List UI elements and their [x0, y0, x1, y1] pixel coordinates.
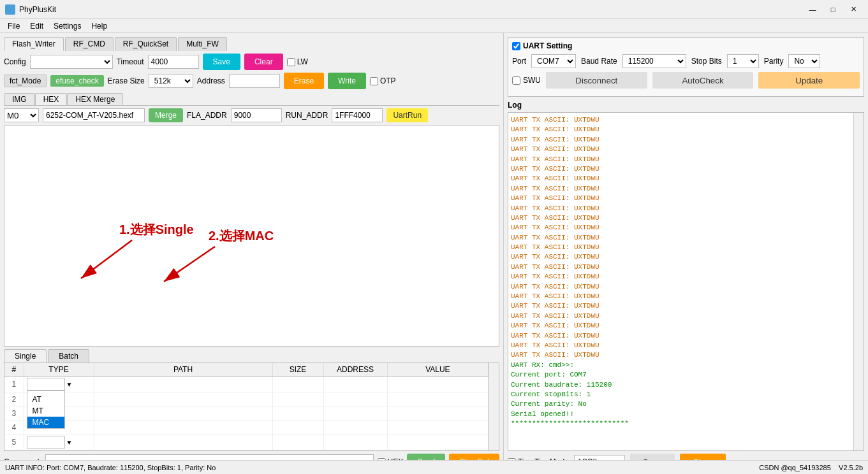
path-cell-5	[94, 434, 272, 450]
menu-edit[interactable]: Edit	[25, 20, 48, 32]
value-cell-3	[387, 406, 489, 420]
path-cell-4	[94, 420, 272, 434]
tab-rf-cmd[interactable]: RF_CMD	[65, 37, 114, 51]
timeout-input[interactable]	[148, 55, 199, 69]
tab-single[interactable]: Single	[4, 349, 47, 363]
type-cell-1[interactable]: ▼ AT MT MAC	[24, 377, 94, 392]
lw-checkbox[interactable]	[287, 58, 295, 66]
address-label: Address	[197, 76, 225, 85]
swu-checkbox[interactable]	[512, 76, 520, 85]
parity-select[interactable]: No	[788, 54, 820, 68]
tab-hex[interactable]: HEX	[35, 93, 68, 105]
address-cell-4	[323, 420, 387, 434]
dropdown-mac[interactable]: MAC	[27, 417, 64, 428]
tab-img[interactable]: IMG	[4, 93, 35, 105]
svg-line-1	[81, 240, 132, 278]
minimize-button[interactable]: —	[803, 3, 822, 16]
dropdown-at[interactable]: AT	[27, 394, 64, 405]
otp-checkbox-group: OTP	[370, 76, 396, 85]
dropdown-mt[interactable]: MT	[27, 405, 64, 417]
arrow-single	[68, 234, 145, 285]
tab-rf-quickset[interactable]: RF_QuickSet	[115, 37, 177, 51]
lw-checkbox-group: LW	[287, 57, 308, 66]
value-cell-4	[387, 420, 489, 434]
baud-label: Baud Rate	[581, 57, 617, 66]
inner-tab-bar: IMG HEX HEX Merge	[4, 93, 499, 106]
row-num-2: 2	[4, 392, 24, 406]
col-value: VALUE	[387, 363, 489, 377]
uart-title-text: UART Setting	[523, 41, 572, 50]
save-button[interactable]: Save	[203, 54, 240, 70]
log-label: Log	[508, 101, 864, 110]
value-cell-5	[387, 434, 489, 450]
address-cell-5	[323, 434, 387, 450]
size-cell-2	[272, 392, 323, 406]
col-path: PATH	[94, 363, 272, 377]
type-cell-5: ▼	[24, 434, 94, 450]
size-cell-1	[272, 377, 323, 392]
row-num-4: 4	[4, 420, 24, 434]
efuse-check-badge: efuse_check	[50, 75, 103, 87]
uart-enable-checkbox[interactable]	[512, 42, 520, 50]
erase-size-select[interactable]: 512k	[149, 74, 193, 88]
log-content: UART TX ASCII: UXTDWUUART TX ASCII: UXTD…	[511, 115, 861, 429]
type-input-1[interactable]	[27, 378, 65, 391]
config-select[interactable]	[30, 55, 113, 69]
uart-section: UART Setting Port COM7 Baud Rate 115200 …	[508, 37, 864, 97]
clear-button[interactable]: Clear	[244, 54, 283, 70]
port-label: Port	[512, 57, 526, 66]
erase-size-label: Erase Size	[108, 76, 145, 85]
type-input-5[interactable]	[27, 436, 65, 449]
update-button[interactable]: Update	[758, 72, 860, 89]
lw-label: LW	[297, 57, 308, 66]
otp-label: OTP	[380, 76, 396, 85]
stopbits-select[interactable]: 1	[727, 54, 759, 68]
dropdown-list-1: AT MT MAC	[27, 391, 65, 429]
menu-file[interactable]: File	[3, 20, 25, 32]
tab-flash-writer[interactable]: Flash_Writer	[4, 37, 64, 51]
table-scrollbar[interactable]	[489, 363, 499, 450]
tab-multi-fw[interactable]: Multi_FW	[178, 37, 227, 51]
size-cell-3	[272, 406, 323, 420]
type-dropdown-btn-5[interactable]: ▼	[66, 439, 73, 446]
annotation-mac: 2.选择MAC	[209, 227, 274, 245]
m0-select[interactable]: M0	[4, 108, 39, 122]
arrow-mac	[151, 240, 228, 291]
table-row: 2	[4, 392, 489, 406]
maximize-button[interactable]: □	[823, 3, 842, 16]
run-addr-input[interactable]	[332, 108, 383, 122]
baud-select[interactable]: 115200	[622, 54, 686, 68]
log-scrollbar[interactable]	[853, 113, 864, 450]
close-button[interactable]: ✕	[844, 3, 863, 16]
swu-label: SWU	[523, 76, 541, 85]
swu-checkbox-group: SWU	[512, 76, 541, 85]
disconnect-button[interactable]: Disconnect	[546, 72, 647, 89]
write-button[interactable]: Write	[328, 73, 366, 89]
uartrun-button[interactable]: UartRun	[386, 108, 428, 122]
tab-hex-merge[interactable]: HEX Merge	[67, 93, 123, 105]
fct-row: fct_Mode efuse_check Erase Size 512k Add…	[4, 73, 499, 89]
autocheck-button[interactable]: AutoCheck	[652, 72, 754, 89]
hex-file-input[interactable]	[43, 108, 145, 122]
address-input[interactable]	[229, 74, 280, 88]
type-dropdown-btn-1[interactable]: ▼	[66, 381, 73, 388]
drop-area: 1.选择Single 2.选择MAC	[4, 125, 499, 347]
path-cell-3	[94, 406, 272, 420]
left-panel: Flash_Writer RF_CMD RF_QuickSet Multi_FW…	[0, 33, 504, 474]
menu-help[interactable]: Help	[86, 20, 112, 32]
address-cell-2	[323, 392, 387, 406]
data-table: # TYPE PATH SIZE ADDRESS VALUE 1	[4, 363, 489, 450]
address-cell-3	[323, 406, 387, 420]
menu-settings[interactable]: Settings	[48, 20, 86, 32]
app-title: PhyPlusKit	[19, 5, 803, 14]
port-select[interactable]: COM7	[531, 54, 576, 68]
merge-button[interactable]: Merge	[149, 108, 183, 122]
erase-button[interactable]: Erase	[284, 73, 324, 89]
path-cell-2	[94, 392, 272, 406]
otp-checkbox[interactable]	[370, 77, 378, 85]
title-bar: PhyPlusKit — □ ✕	[0, 0, 868, 19]
fla-addr-input[interactable]	[231, 108, 282, 122]
tab-batch[interactable]: Batch	[48, 349, 89, 363]
annotation-single: 1.选择Single	[119, 221, 194, 238]
col-size: SIZE	[272, 363, 323, 377]
